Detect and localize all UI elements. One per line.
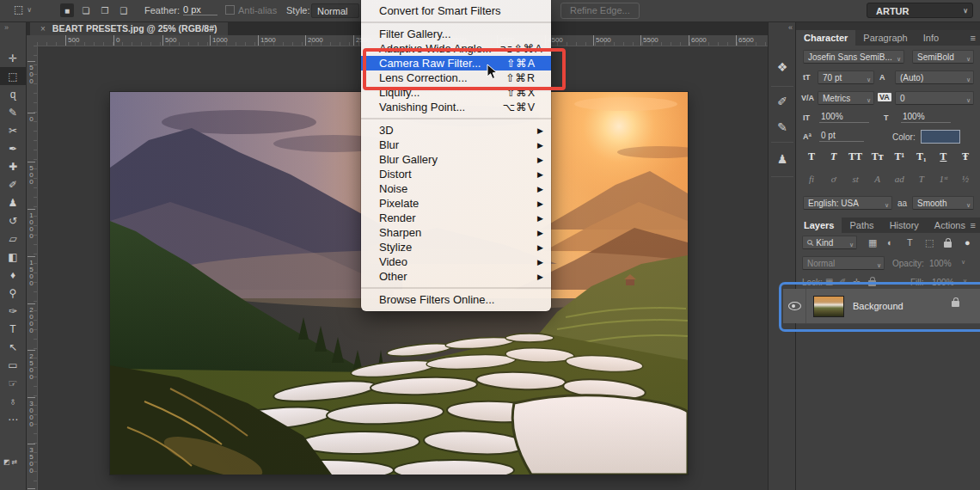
- panel-tab[interactable]: Character: [796, 30, 855, 46]
- text-color-swatch[interactable]: [921, 130, 960, 144]
- gradient-tool[interactable]: ◧: [0, 248, 26, 266]
- crop-tool[interactable]: ✂: [0, 121, 26, 139]
- subtract-selection-mode[interactable]: ❐: [98, 3, 112, 17]
- panel-tab[interactable]: Paths: [842, 217, 881, 233]
- eraser-tool[interactable]: ▱: [0, 230, 26, 248]
- opentype-button[interactable]: fi: [801, 174, 822, 184]
- refine-edge-button[interactable]: Refine Edge...: [560, 3, 640, 19]
- subscript-button[interactable]: T₁: [911, 150, 932, 163]
- filter-pixel-layers-icon[interactable]: ▦: [868, 237, 877, 248]
- brush-presets-panel-icon[interactable]: ✐: [769, 95, 796, 108]
- filter-smart-object-icon[interactable]: [944, 242, 952, 248]
- add-selection-mode[interactable]: ❏: [79, 3, 93, 17]
- feather-input[interactable]: 0 px: [183, 4, 217, 15]
- kerning-dropdown[interactable]: Metrics∨: [818, 91, 874, 105]
- menu-item[interactable]: Convert for Smart Filters ▶: [361, 3, 551, 18]
- tool-preset-picker[interactable]: ⬚ ∨: [14, 3, 32, 15]
- hand-tool[interactable]: ☞: [0, 374, 26, 392]
- document-tab[interactable]: × BEART PRESETS.jpg @ 25% (RGB/8#): [30, 21, 228, 35]
- font-style-dropdown[interactable]: SemiBold∨: [912, 50, 974, 64]
- lasso-tool[interactable]: ɋ: [0, 85, 26, 103]
- horizontal-scale-input[interactable]: 100%: [901, 112, 951, 123]
- expand-panel-icon[interactable]: »: [4, 23, 8, 32]
- menu-item[interactable]: ▶: [361, 21, 551, 23]
- baseline-shift-input[interactable]: 0 pt: [819, 131, 864, 142]
- leading-dropdown[interactable]: (Auto)∨: [895, 70, 974, 84]
- menu-item[interactable]: Blur ▶: [361, 138, 551, 152]
- path-selection-tool[interactable]: ↖: [0, 338, 26, 356]
- menu-item[interactable]: Distort ▶: [361, 167, 551, 181]
- filter-adjustment-layers-icon[interactable]: ◐: [887, 237, 893, 248]
- layer-filter-dropdown[interactable]: ⚲Kind∨: [802, 236, 857, 249]
- menu-item[interactable]: Render ▶: [361, 211, 551, 225]
- pen-tool[interactable]: ✑: [0, 302, 26, 320]
- blend-mode-dropdown[interactable]: Normal∨: [802, 256, 885, 270]
- menu-item[interactable]: Video ▶: [361, 254, 551, 269]
- opentype-button[interactable]: ad: [889, 174, 910, 184]
- faux-bold-button[interactable]: T: [801, 150, 822, 163]
- close-icon[interactable]: ×: [40, 24, 46, 34]
- menu-item[interactable]: Blur Gallery ▶: [361, 152, 551, 167]
- menu-item[interactable]: Noise ▶: [361, 181, 551, 196]
- rectangle-tool[interactable]: ▭: [0, 356, 26, 374]
- opentype-button[interactable]: ½: [955, 174, 976, 184]
- opentype-button[interactable]: T: [911, 174, 932, 184]
- filter-toggle-icon[interactable]: ●: [965, 237, 971, 248]
- materials-panel-icon[interactable]: ❖: [769, 60, 796, 74]
- vertical-ruler[interactable]: 50005001000150020002500300035004000: [26, 46, 38, 490]
- filter-shape-layers-icon[interactable]: ⬚: [925, 237, 934, 248]
- intersect-selection-mode[interactable]: ❑: [117, 3, 131, 17]
- opentype-button[interactable]: st: [845, 174, 866, 184]
- menu-item[interactable]: Filter Gallery... ▶: [361, 27, 551, 41]
- filter-type-layers-icon[interactable]: T: [907, 237, 913, 248]
- opentype-button[interactable]: A: [867, 174, 888, 184]
- eyedropper-tool[interactable]: ✒: [0, 139, 26, 157]
- menu-item[interactable]: Browse Filters Online... ▶: [361, 292, 551, 307]
- menu-item[interactable]: ▶: [361, 118, 551, 119]
- rectangular-marquee-tool[interactable]: ⬚: [0, 67, 26, 85]
- panel-tab[interactable]: Layers: [796, 217, 842, 233]
- panel-menu-icon[interactable]: ≡: [971, 33, 976, 43]
- faux-italic-button[interactable]: T: [824, 150, 844, 163]
- quick-selection-tool[interactable]: ✎: [0, 103, 26, 121]
- menu-item[interactable]: Pixelate ▶: [361, 196, 551, 211]
- panel-menu-icon[interactable]: ≡: [971, 220, 976, 230]
- menu-item[interactable]: Other ▶: [361, 269, 551, 284]
- new-selection-mode[interactable]: ■: [60, 3, 74, 17]
- brush-settings-panel-icon[interactable]: ✎: [769, 120, 796, 134]
- superscript-button[interactable]: T¹: [889, 150, 910, 163]
- clone-source-panel-icon[interactable]: ♟: [769, 152, 796, 166]
- opacity-value[interactable]: 100%: [929, 259, 952, 268]
- edit-toolbar-button[interactable]: ⋯: [0, 410, 26, 428]
- font-family-dropdown[interactable]: Josefin Sans SemiB...∨: [803, 50, 904, 64]
- underline-button[interactable]: T: [933, 150, 953, 163]
- clone-stamp-tool[interactable]: ♟: [0, 193, 26, 211]
- panel-tab[interactable]: Actions: [927, 217, 973, 233]
- menu-item[interactable]: ▶: [361, 287, 551, 289]
- collapse-panels-icon[interactable]: «: [788, 23, 792, 32]
- all-caps-button[interactable]: TT: [845, 150, 866, 163]
- menu-item[interactable]: 3D ▶: [361, 123, 551, 138]
- panel-tab[interactable]: Info: [916, 30, 946, 46]
- menu-item[interactable]: Vanishing Point... ⌥⌘V ▶: [361, 100, 551, 114]
- blur-tool[interactable]: ♦: [0, 266, 26, 284]
- type-tool[interactable]: T: [0, 320, 26, 338]
- panel-tab[interactable]: History: [882, 217, 927, 233]
- dodge-tool[interactable]: ⚲: [0, 284, 26, 302]
- workspace-dropdown[interactable]: ARTUR∨: [867, 3, 973, 18]
- vertical-scale-input[interactable]: 100%: [819, 112, 869, 123]
- menu-item[interactable]: Sharpen ▶: [361, 225, 551, 240]
- panel-tab[interactable]: Paragraph: [855, 30, 915, 46]
- tracking-dropdown[interactable]: 0∨: [895, 91, 974, 105]
- history-brush-tool[interactable]: ↺: [0, 211, 26, 230]
- style-dropdown[interactable]: Normal: [311, 3, 359, 18]
- strikethrough-button[interactable]: Ŧ: [955, 150, 976, 163]
- brush-tool[interactable]: ✐: [0, 175, 26, 193]
- anti-alias-checkbox[interactable]: Anti-alias: [225, 5, 277, 15]
- font-size-dropdown[interactable]: 70 pt∨: [818, 70, 874, 84]
- default-swatches-icon[interactable]: ◩⇄: [3, 458, 19, 466]
- language-dropdown[interactable]: English: USA∨: [803, 196, 892, 210]
- opentype-button[interactable]: 1ˢᵗ: [933, 174, 953, 184]
- move-tool[interactable]: ✛: [0, 49, 26, 67]
- zoom-tool[interactable]: ♁: [0, 392, 26, 410]
